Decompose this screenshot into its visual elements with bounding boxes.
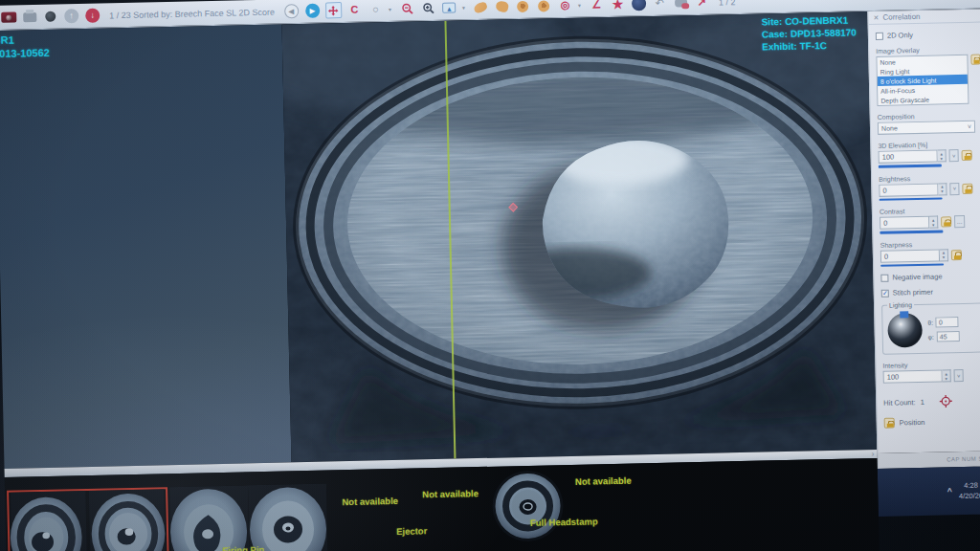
angle-measure-button[interactable]: ∠: [589, 0, 605, 12]
firing-pin-thumb-evidence[interactable]: [248, 484, 328, 551]
ejector-na-reference: Not available: [342, 496, 398, 507]
capture-camera-icon[interactable]: [0, 9, 16, 25]
rotate-tool-button[interactable]: C: [346, 2, 363, 18]
brightness-dropdown[interactable]: ˅: [949, 183, 959, 195]
intensity-dropdown[interactable]: ˅: [954, 369, 964, 382]
intensity-input[interactable]: 100: [883, 369, 943, 383]
cartridge-view-icon[interactable]: [515, 0, 531, 14]
zoom-out-icon: [401, 2, 413, 14]
taskbar-clock[interactable]: 4:28 PM 4/20/2021: [959, 479, 980, 501]
intensity-spinner[interactable]: ▲▼: [943, 369, 951, 382]
brightness-label: Brightness: [879, 173, 980, 182]
overlay-lock-icon[interactable]: [970, 55, 980, 65]
brightness-slider[interactable]: [880, 197, 943, 201]
window-controls[interactable]: ⋯: [966, 0, 980, 1]
specimen-id: BR1: [0, 33, 50, 48]
share-export-button[interactable]: ↗: [694, 0, 710, 11]
2d-only-row[interactable]: 2D Only: [876, 30, 980, 40]
reference-image-pane[interactable]: BR1 2013-10562: [0, 24, 291, 468]
phi-label: φ:: [928, 334, 934, 341]
print-icon[interactable]: [21, 9, 37, 25]
elevation-dropdown[interactable]: ˅: [949, 149, 959, 162]
favorite-star-button[interactable]: ★: [610, 0, 626, 12]
composition-select[interactable]: None ˅: [878, 121, 975, 135]
exhibit-label: Exhibit: TF-1C: [762, 38, 857, 53]
breech-face-pair-selected[interactable]: [7, 487, 169, 551]
region-select-caret[interactable]: ▾: [389, 6, 394, 12]
brightness-spinner[interactable]: ▲▼: [938, 183, 947, 195]
firing-pin-label: Firing Pin: [222, 544, 264, 551]
breech-face-image-viewer[interactable]: Site: CO-DENBRX1 Case: DPD13-588170 Exhi…: [281, 11, 877, 462]
contrast-input[interactable]: 0: [880, 216, 929, 230]
full-headstamp-thumb[interactable]: [491, 469, 566, 543]
move-up-rank-button[interactable]: ↑: [63, 8, 79, 24]
side-light-preset-icon[interactable]: [473, 0, 489, 15]
monitor-photo: ↑ ↓ 1 / 23 Sorted by: Breech Face SL 2D …: [0, 0, 980, 551]
image-adjust-button[interactable]: ▲: [441, 0, 457, 16]
primer-view-icon[interactable]: [536, 0, 552, 14]
undo-button[interactable]: ↶: [652, 0, 668, 11]
windows-taskbar: ^ 4:28 PM 4/20/2021: [878, 466, 980, 517]
sync-view-button[interactable]: [631, 0, 647, 11]
sharpness-lock-icon[interactable]: [951, 250, 962, 260]
zoom-out-button[interactable]: [399, 0, 415, 16]
crosshair-tool-caret[interactable]: ▾: [578, 2, 584, 9]
intensity-label: Intensity: [882, 360, 980, 368]
record-icon[interactable]: [42, 9, 58, 25]
lighting-group: Lighting θ: 0 φ: 45: [881, 302, 980, 354]
negative-image-row[interactable]: Negative image: [880, 271, 980, 281]
hit-count-target-icon[interactable]: [939, 394, 952, 408]
elevation-lock-icon[interactable]: [962, 150, 972, 161]
pan-arrows-icon: [327, 5, 339, 16]
tray-chevron-icon[interactable]: ^: [947, 486, 952, 496]
comment-button[interactable]: [673, 0, 689, 11]
breech-face-thumb-evidence[interactable]: [87, 489, 167, 551]
lighting-trackball[interactable]: [887, 313, 923, 348]
breech-face-thumb-reference[interactable]: [9, 491, 89, 551]
sharpness-slider[interactable]: [880, 263, 944, 267]
crosshair-tool-button[interactable]: ◎: [557, 0, 573, 13]
sharpness-label: Sharpness: [880, 239, 980, 248]
pan-tool-button[interactable]: [325, 2, 342, 18]
firing-pin-pair[interactable]: [169, 484, 328, 551]
composition-label: Composition: [878, 112, 980, 121]
elevation-label: 3D Elevation [%]: [878, 141, 980, 149]
contrast-spinner[interactable]: ▲▼: [929, 216, 938, 229]
elevation-slider[interactable]: [879, 164, 942, 167]
stitch-primer-label: Stitch primer: [893, 288, 933, 298]
firing-pin-thumb-reference[interactable]: [169, 485, 250, 551]
elevation-spinner[interactable]: ▲▼: [938, 149, 947, 162]
overlay-option-depth-grayscale[interactable]: Depth Grayscale: [878, 94, 968, 105]
sharpness-spinner[interactable]: ▲▼: [940, 249, 948, 261]
brightness-input[interactable]: 0: [879, 183, 938, 196]
previous-result-button[interactable]: ◀: [283, 3, 300, 19]
stitch-primer-row[interactable]: ✓ Stitch primer: [881, 286, 980, 297]
ring-light-preset-icon[interactable]: [494, 0, 510, 15]
contrast-slider[interactable]: [880, 230, 943, 233]
move-down-rank-button[interactable]: ↓: [84, 8, 100, 24]
region-select-button[interactable]: ○: [368, 1, 384, 17]
brightness-lock-icon[interactable]: [962, 183, 972, 193]
contrast-lock-icon[interactable]: [941, 216, 951, 227]
elevation-input[interactable]: 100: [879, 150, 938, 164]
intensity-row: 100 ▲▼ ˅: [883, 368, 980, 383]
contrast-more-button[interactable]: …: [954, 215, 965, 228]
zoom-in-button[interactable]: [420, 0, 436, 16]
theta-input[interactable]: 0: [936, 317, 959, 328]
stitch-primer-checkbox[interactable]: ✓: [881, 289, 889, 297]
hit-count-label: Hit Count:: [883, 398, 916, 408]
image-adjust-caret[interactable]: ▾: [462, 4, 468, 11]
position-lock-button[interactable]: [884, 418, 895, 429]
2d-only-checkbox[interactable]: [876, 32, 883, 39]
negative-image-checkbox[interactable]: [880, 274, 888, 281]
specimen-id-label: BR1 2013-10562: [0, 33, 50, 61]
sharpness-input[interactable]: 0: [880, 249, 940, 262]
composition-dropdown-icon[interactable]: ˅: [968, 123, 971, 130]
panel-close-icon[interactable]: ✕: [873, 13, 879, 21]
theta-label: θ:: [927, 320, 933, 326]
scroll-right-arrow[interactable]: ›: [872, 450, 875, 458]
image-overlay-listbox[interactable]: None Ring Light 8 o'clock Side Light All…: [876, 55, 969, 106]
phi-input[interactable]: 45: [937, 331, 960, 342]
brightness-row: 0 ▲▼ ˅: [879, 182, 980, 196]
next-result-button[interactable]: ▶: [304, 3, 321, 19]
